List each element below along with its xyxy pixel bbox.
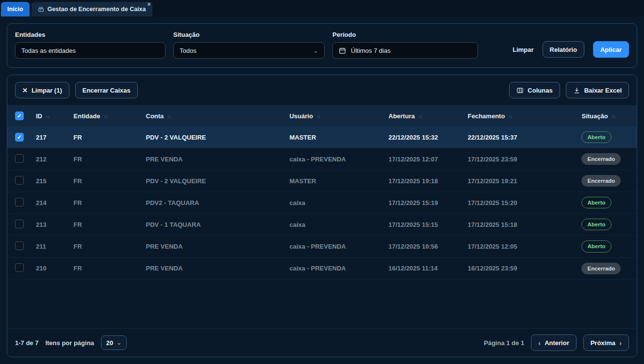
table-row[interactable]: 213 FR PDV - 1 TAQUARA caixa 17/12/2025 … <box>7 214 637 236</box>
sort-icon[interactable]: ↑↓ <box>103 114 107 119</box>
table-row[interactable]: 211 FR PRE VENDA caixa - PREVENDA 17/12/… <box>7 236 637 257</box>
select-all-checkbox[interactable] <box>15 111 24 120</box>
cell-usuario: MASTER <box>284 127 383 148</box>
cell-entidade: FR <box>69 127 141 148</box>
cell-id: 213 <box>31 214 69 236</box>
baixar-excel-label: Baixar Excel <box>584 87 622 94</box>
status-badge: Encerrado <box>581 175 621 187</box>
cell-abertura: 17/12/2025 12:07 <box>384 148 463 170</box>
cell-entidade: FR <box>69 170 141 192</box>
chevron-down-icon: ⌄ <box>313 47 318 54</box>
chevron-down-icon: ⌄ <box>116 339 121 346</box>
close-tab-icon[interactable]: × <box>148 1 151 7</box>
range-text: 1-7 de 7 <box>15 339 38 347</box>
table-footer: 1-7 de 7 Itens por página 20 ⌄ Página 1 … <box>7 328 637 357</box>
row-checkbox[interactable] <box>15 241 24 250</box>
table-row[interactable]: 210 FR PRE VENDA caixa - PREVENDA 16/12/… <box>7 257 637 279</box>
cell-fechamento: 16/12/2025 23:59 <box>463 257 577 279</box>
caixas-table: ID↑↓ Entidade↑↓ Conta↑↓ Usuário↑↓ Abertu… <box>7 105 637 280</box>
sort-icon[interactable]: ↑↓ <box>46 114 50 119</box>
column-header-fechamento: Fechamento↑↓ <box>463 105 577 127</box>
cell-fechamento: 17/12/2025 23:59 <box>463 148 577 170</box>
tab-inicio[interactable]: Início <box>1 2 30 16</box>
filter-group-situacao: Situação Todos ⌄ <box>173 31 325 59</box>
cell-abertura: 17/12/2025 15:19 <box>384 192 463 214</box>
cell-id: 212 <box>31 148 69 170</box>
tab-inicio-label: Início <box>7 6 23 13</box>
status-badge: Encerrado <box>581 153 621 165</box>
row-checkbox[interactable] <box>15 198 24 206</box>
row-checkbox[interactable] <box>15 133 24 142</box>
cell-abertura: 16/12/2025 11:14 <box>384 257 463 279</box>
cell-conta: PDV - 2 VALQUEIRE <box>141 127 285 148</box>
cell-usuario: caixa <box>284 192 383 214</box>
table-toolbar: ✕ Limpar (1) Encerrar Caixas Colunas <box>7 75 637 105</box>
row-checkbox[interactable] <box>15 220 24 228</box>
column-header-id: ID↑↓ <box>31 105 69 127</box>
status-badge: Aberto <box>581 131 611 143</box>
cell-entidade: FR <box>69 214 141 236</box>
sort-icon[interactable]: ↑↓ <box>167 114 171 119</box>
calendar-icon <box>339 47 346 54</box>
items-per-page-value: 20 <box>106 339 113 347</box>
cell-usuario: caixa - PREVENDA <box>284 236 383 257</box>
relatorio-label: Relatório <box>550 46 577 53</box>
relatorio-button[interactable]: Relatório <box>543 41 584 58</box>
cell-fechamento: 22/12/2025 15:37 <box>463 127 577 148</box>
aplicar-button[interactable]: Aplicar <box>593 41 629 58</box>
entidades-input[interactable]: Todas as entidades <box>15 42 165 59</box>
situacao-select[interactable]: Todos ⌄ <box>173 42 325 59</box>
table-header-row: ID↑↓ Entidade↑↓ Conta↑↓ Usuário↑↓ Abertu… <box>7 105 637 127</box>
cell-conta: PDV - 2 VALQUEIRE <box>141 170 285 192</box>
table-row[interactable]: 214 FR PDV2 - TAQUARA caixa 17/12/2025 1… <box>7 192 637 214</box>
cell-usuario: caixa - PREVENDA <box>284 148 383 170</box>
cell-usuario: MASTER <box>284 170 383 192</box>
row-checkbox[interactable] <box>15 176 24 185</box>
tab-gestao-encerramento[interactable]: Gestao de Encerramento de Caixa × <box>32 2 152 16</box>
table-row[interactable]: 212 FR PRE VENDA caixa - PREVENDA 17/12/… <box>7 148 637 170</box>
cell-id: 210 <box>31 257 69 279</box>
tab-bar: Início Gestao de Encerramento de Caixa × <box>0 0 644 16</box>
sort-icon[interactable]: ↑↓ <box>316 114 320 119</box>
table-row[interactable]: 217 FR PDV - 2 VALQUEIRE MASTER 22/12/20… <box>7 127 637 148</box>
situacao-label: Situação <box>173 31 325 38</box>
colunas-label: Colunas <box>528 87 552 94</box>
chevron-left-icon: ‹ <box>538 339 541 347</box>
sort-icon[interactable]: ↑↓ <box>611 114 615 119</box>
table-empty-area <box>7 280 637 328</box>
baixar-excel-button[interactable]: Baixar Excel <box>566 82 629 98</box>
cell-fechamento: 17/12/2025 12:05 <box>463 236 577 257</box>
status-badge: Aberto <box>581 240 611 252</box>
status-badge: Encerrado <box>581 263 621 274</box>
encerrar-caixas-label: Encerrar Caixas <box>83 87 131 94</box>
table-row[interactable]: 215 FR PDV - 2 VALQUEIRE MASTER 17/12/20… <box>7 170 637 192</box>
clear-icon: ✕ <box>22 87 28 94</box>
row-checkbox[interactable] <box>15 154 24 163</box>
proxima-label: Próxima <box>591 339 615 347</box>
proxima-button[interactable]: Próxima › <box>583 334 629 351</box>
sort-icon[interactable]: ↑↓ <box>418 114 422 119</box>
items-per-page-select[interactable]: 20 ⌄ <box>101 335 127 350</box>
filter-group-periodo: Período Últimos 7 dias <box>332 31 478 59</box>
encerrar-caixas-button[interactable]: Encerrar Caixas <box>75 82 138 98</box>
periodo-label: Período <box>332 31 478 38</box>
cell-abertura: 17/12/2025 10:56 <box>384 236 463 257</box>
sort-icon[interactable]: ↑↓ <box>508 114 512 119</box>
status-badge: Aberto <box>581 197 611 208</box>
column-header-situacao: Situação↑↓ <box>577 105 637 127</box>
periodo-input[interactable]: Últimos 7 dias <box>332 42 478 59</box>
row-checkbox[interactable] <box>15 263 24 272</box>
limpar-selecao-button[interactable]: ✕ Limpar (1) <box>15 82 69 98</box>
periodo-value: Últimos 7 dias <box>351 47 391 54</box>
anterior-button[interactable]: ‹ Anterior <box>531 334 577 351</box>
colunas-button[interactable]: Colunas <box>509 82 560 98</box>
cash-register-icon <box>38 6 44 13</box>
items-per-page-label: Itens por página <box>45 339 94 347</box>
table-body: 217 FR PDV - 2 VALQUEIRE MASTER 22/12/20… <box>7 127 637 279</box>
entidades-label: Entidades <box>15 31 165 38</box>
cell-usuario: caixa <box>284 214 383 236</box>
limpar-filtros-button[interactable]: Limpar <box>512 46 533 53</box>
page-text: Página 1 de 1 <box>484 339 524 347</box>
cell-entidade: FR <box>69 148 141 170</box>
cell-conta: PRE VENDA <box>141 236 285 257</box>
